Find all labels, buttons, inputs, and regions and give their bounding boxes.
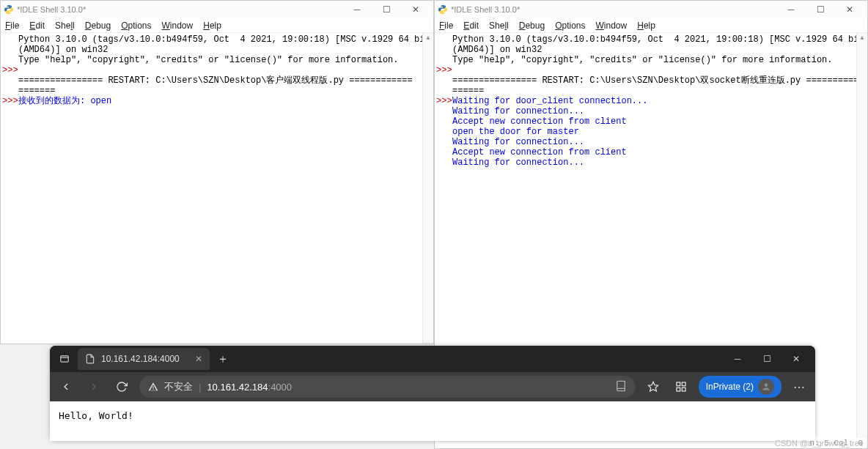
shell-output-left[interactable]: Python 3.10.0 (tags/v3.10.0:b494f59, Oct… <box>1 33 433 344</box>
menu-help[interactable]: Help <box>637 21 655 31</box>
back-button[interactable] <box>56 376 76 397</box>
menu-file[interactable]: File <box>5 21 19 31</box>
close-button[interactable]: ✕ <box>401 1 430 18</box>
tab-actions-button[interactable] <box>54 349 75 369</box>
tab-close-button[interactable]: ✕ <box>195 354 202 364</box>
inprivate-label: InPrivate (2) <box>706 382 754 392</box>
python-header: Python 3.10.0 (tags/v3.10.0:b494f59, Oct… <box>452 34 867 55</box>
prompt: >>> <box>1 96 18 106</box>
page-content[interactable]: Hello, World! <box>50 401 815 441</box>
browser-tab[interactable]: 10.161.42.184:4000 ✕ <box>78 348 210 370</box>
menu-debug[interactable]: Debug <box>85 21 111 31</box>
menu-edit[interactable]: Edit <box>463 21 479 31</box>
window-controls: ─ ☐ ✕ <box>776 1 864 18</box>
menu-shell[interactable]: Shell <box>489 21 509 31</box>
browser-window-controls: ─ ☐ ✕ <box>723 346 811 372</box>
refresh-button[interactable] <box>111 376 132 397</box>
menu-help[interactable]: Help <box>203 21 221 31</box>
maximize-button[interactable]: ☐ <box>752 346 781 372</box>
menu-edit[interactable]: Edit <box>29 21 45 31</box>
forward-button[interactable] <box>84 376 104 397</box>
window-title: *IDLE Shell 3.10.0* <box>451 5 776 14</box>
menubar: File Edit Shell Debug Options Window Hel… <box>1 18 433 33</box>
output-line: Waiting for connection... <box>452 137 867 147</box>
restart-tail: ======= <box>18 86 433 96</box>
avatar-icon <box>758 379 774 395</box>
menu-shell[interactable]: Shell <box>55 21 75 31</box>
svg-rect-3 <box>677 382 680 386</box>
output-line: Accept new connection from client <box>452 116 867 127</box>
watermark: CSDN @a_growing_tree <box>775 439 864 448</box>
titlebar[interactable]: *IDLE Shell 3.10.0* ─ ☐ ✕ <box>1 1 433 18</box>
python-icon <box>4 4 14 15</box>
minimize-button[interactable]: ─ <box>342 1 372 18</box>
scroll-up-icon[interactable]: ▲ <box>857 33 867 43</box>
output-line: Waiting for connection... <box>452 106 867 116</box>
insecure-label: 不安全 <box>164 380 193 393</box>
scroll-up-icon[interactable]: ▲ <box>423 33 433 43</box>
menu-window[interactable]: Window <box>596 21 628 31</box>
close-button[interactable]: ✕ <box>835 1 864 18</box>
window-title: *IDLE Shell 3.10.0* <box>17 5 342 14</box>
prompt: >>> <box>435 65 452 75</box>
restart-line: ================ RESTART: C:\Users\SZN\D… <box>18 75 433 86</box>
tab-title: 10.161.42.184:4000 <box>101 354 180 364</box>
python-header: Python 3.10.0 (tags/v3.10.0:b494f59, Oct… <box>18 34 433 55</box>
scrollbar-vertical[interactable]: ▲ <box>856 33 867 448</box>
browser-window: 10.161.42.184:4000 ✕ ＋ ─ ☐ ✕ 不安全 | 10.16… <box>50 346 815 441</box>
url-text: 10.161.42.184:4000 <box>207 382 292 393</box>
svg-marker-2 <box>648 382 658 391</box>
restart-line: ================ RESTART: C:\Users\SZN\D… <box>452 75 867 86</box>
menu-file[interactable]: File <box>439 21 453 31</box>
python-icon <box>438 4 448 15</box>
output-line: Waiting for connection... <box>452 157 867 168</box>
python-header2: Type "help", "copyright", "credits" or "… <box>18 55 433 65</box>
idle-window-left: *IDLE Shell 3.10.0* ─ ☐ ✕ File Edit Shel… <box>0 0 434 344</box>
scrollbar-vertical[interactable]: ▲ <box>422 33 433 344</box>
svg-point-7 <box>765 383 768 387</box>
minimize-button[interactable]: ─ <box>723 346 752 372</box>
page-icon <box>85 354 95 364</box>
output-line: Waiting for door_client connection... <box>452 96 867 106</box>
menu-debug[interactable]: Debug <box>519 21 545 31</box>
address-bar[interactable]: 不安全 | 10.161.42.184:4000 <box>139 376 636 398</box>
svg-rect-6 <box>682 387 685 391</box>
page-text: Hello, World! <box>59 410 133 421</box>
python-header2: Type "help", "copyright", "credits" or "… <box>452 55 867 65</box>
warning-icon <box>148 382 158 392</box>
restart-tail: ====== <box>452 86 867 96</box>
titlebar[interactable]: *IDLE Shell 3.10.0* ─ ☐ ✕ <box>435 1 867 18</box>
reader-icon[interactable] <box>615 380 627 394</box>
maximize-button[interactable]: ☐ <box>372 1 401 18</box>
output-line: 接收到的数据为: open <box>18 96 433 106</box>
output-line: open the door for master <box>452 127 867 137</box>
window-controls: ─ ☐ ✕ <box>342 1 430 18</box>
svg-rect-4 <box>682 382 685 386</box>
favorites-button[interactable] <box>643 376 663 397</box>
maximize-button[interactable]: ☐ <box>806 1 835 18</box>
prompt: >>> <box>1 65 18 75</box>
menu-options[interactable]: Options <box>555 21 585 31</box>
svg-rect-5 <box>677 387 680 391</box>
new-tab-button[interactable]: ＋ <box>213 349 233 369</box>
menu-window[interactable]: Window <box>162 21 194 31</box>
output-line: Accept new connection from client <box>452 147 867 157</box>
menu-options[interactable]: Options <box>121 21 151 31</box>
more-button[interactable]: ⋯ <box>789 376 809 397</box>
browser-toolbar: 不安全 | 10.161.42.184:4000 InPrivate (2) ⋯ <box>50 372 815 401</box>
prompt: >>> <box>435 96 452 106</box>
inprivate-pill[interactable]: InPrivate (2) <box>699 376 781 398</box>
minimize-button[interactable]: ─ <box>776 1 806 18</box>
divider: | <box>199 382 201 393</box>
collections-button[interactable] <box>671 376 691 397</box>
svg-rect-0 <box>61 356 69 362</box>
close-button[interactable]: ✕ <box>781 346 811 372</box>
tab-strip: 10.161.42.184:4000 ✕ ＋ ─ ☐ ✕ <box>50 346 815 372</box>
menubar: File Edit Shell Debug Options Window Hel… <box>435 18 867 33</box>
